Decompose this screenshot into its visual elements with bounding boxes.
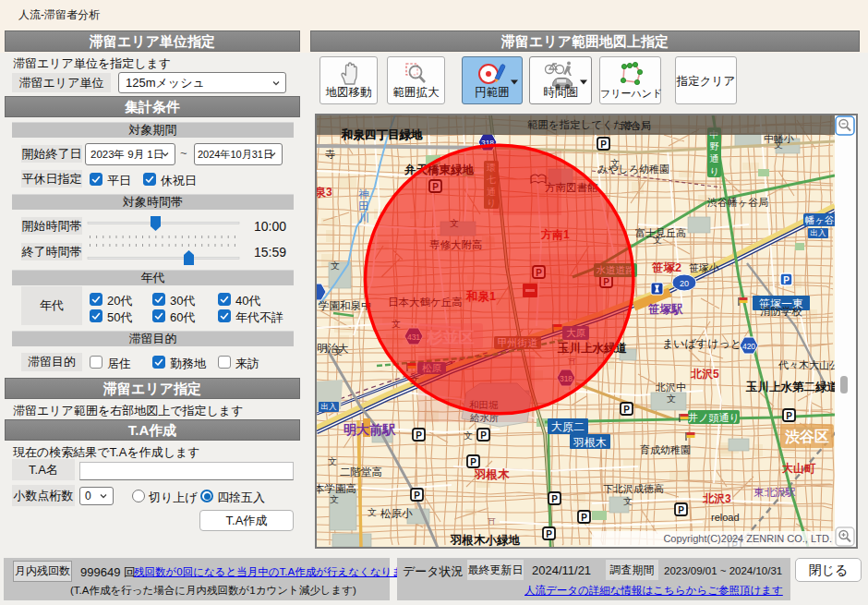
svg-text:20: 20 <box>680 279 689 288</box>
svg-text:文: 文 <box>623 496 633 506</box>
svg-text:⛩: ⛩ <box>488 517 496 526</box>
svg-text:P: P <box>600 139 607 150</box>
svg-text:文: 文 <box>610 158 620 168</box>
svg-text:本学園高: 本学園高 <box>315 483 356 494</box>
svg-text:二階堂高: 二階堂高 <box>340 466 382 478</box>
svg-text:文: 文 <box>330 494 339 504</box>
svg-text:文: 文 <box>368 507 377 517</box>
svg-text:みやしろ幼稚園: みやしろ幼稚園 <box>597 163 669 175</box>
svg-text:北沢3: 北沢3 <box>702 492 731 505</box>
svg-text:寺: 寺 <box>325 149 335 160</box>
svg-text:東北沢駅: 東北沢駅 <box>753 487 796 498</box>
svg-text:川: 川 <box>358 212 369 224</box>
svg-text:松原小: 松原小 <box>380 508 413 519</box>
svg-text:羽根木: 羽根木 <box>573 436 607 449</box>
svg-text:渋谷幡ヶ谷局: 渋谷幡ヶ谷局 <box>706 197 768 208</box>
svg-text:reload: reload <box>711 512 740 523</box>
svg-text:出入: 出入 <box>321 402 338 411</box>
svg-text:代々木大山公: 代々木大山公 <box>778 359 839 370</box>
svg-text:神: 神 <box>358 188 369 200</box>
svg-text:渋谷区: 渋谷区 <box>784 429 829 444</box>
svg-text:P: P <box>414 490 420 501</box>
svg-text:まいばすけっと: まいばすけっと <box>662 337 741 350</box>
svg-text:出入: 出入 <box>811 228 827 237</box>
svg-text:文: 文 <box>328 456 337 466</box>
svg-text:り: り <box>709 166 718 176</box>
svg-text:通: 通 <box>710 153 719 163</box>
svg-text:P: P <box>480 430 487 441</box>
svg-text:P: P <box>581 513 587 523</box>
svg-text:Copyright(C)2024 ZENRIN CO., L: Copyright(C)2024 ZENRIN CO., LTD. <box>663 533 832 544</box>
svg-text:南台局: 南台局 <box>621 120 651 131</box>
svg-text:消防学校: 消防学校 <box>760 306 802 317</box>
svg-text:羽根木: 羽根木 <box>474 468 510 481</box>
svg-text:羽根木小緑地: 羽根木小緑地 <box>450 534 521 547</box>
svg-text:文: 文 <box>653 235 662 245</box>
svg-text:P: P <box>470 457 476 467</box>
svg-text:北沢5: 北沢5 <box>690 368 719 381</box>
svg-text:育成幼稚園: 育成幼稚園 <box>640 444 691 455</box>
svg-text:大原二: 大原二 <box>551 420 585 433</box>
svg-text:笹塚駅: 笹塚駅 <box>647 303 683 316</box>
svg-text:大山町: 大山町 <box>782 462 816 475</box>
svg-text:P: P <box>416 430 422 441</box>
svg-text:P: P <box>786 411 792 421</box>
svg-text:文: 文 <box>464 430 473 441</box>
svg-text:文: 文 <box>774 139 783 150</box>
svg-text:井ノ頭通り: 井ノ頭通り <box>688 412 740 423</box>
svg-text:北沢中: 北沢中 <box>655 381 686 393</box>
svg-text:玉川上水第二緑道: 玉川上水第二緑道 <box>745 381 839 393</box>
svg-text:下北沢成徳高: 下北沢成徳高 <box>603 483 664 494</box>
svg-text:P: P <box>546 529 552 539</box>
svg-text:幡ヶ谷: 幡ヶ谷 <box>805 214 835 225</box>
svg-text:学園和泉中: 学園和泉中 <box>319 300 372 311</box>
svg-text:文: 文 <box>667 393 676 404</box>
svg-text:P: P <box>551 494 558 504</box>
svg-text:文: 文 <box>333 346 343 357</box>
svg-text:和泉四丁目緑地: 和泉四丁目緑地 <box>341 127 423 141</box>
svg-text:笹塚2: 笹塚2 <box>651 261 681 274</box>
svg-text:P: P <box>623 405 630 415</box>
svg-text:田: 田 <box>358 200 369 212</box>
svg-text:文: 文 <box>331 260 340 271</box>
svg-text:野: 野 <box>710 141 719 151</box>
svg-text:泉3: 泉3 <box>315 186 332 199</box>
svg-text:P: P <box>678 505 684 515</box>
svg-text:明大前駅: 明大前駅 <box>344 422 396 437</box>
svg-text:420: 420 <box>742 342 755 351</box>
svg-text:笹塚小: 笹塚小 <box>689 262 719 273</box>
svg-text:P: P <box>783 275 790 285</box>
